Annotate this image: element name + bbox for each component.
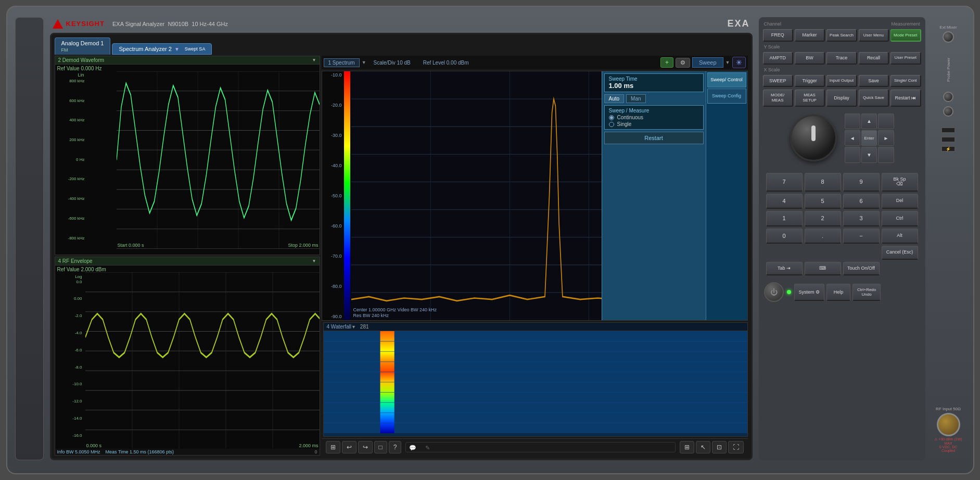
peak-search-button[interactable]: Peak Search xyxy=(826,29,857,42)
audio-connector-2 xyxy=(943,106,953,117)
usb-connectors: ⚡ xyxy=(941,127,956,152)
waterfall-panel: 4 Waterfall ▼ 281 xyxy=(323,322,748,437)
backspace-button[interactable]: Bk Sp⌫ xyxy=(882,173,918,192)
sweep-measure-box: Sweep / Measure Continuous xyxy=(604,105,704,130)
num-6[interactable]: 6 xyxy=(843,194,880,209)
system-button[interactable]: System ⚙ xyxy=(794,284,825,301)
display-button[interactable]: Display xyxy=(826,90,857,106)
nav-empty-tl xyxy=(845,113,860,129)
num-9[interactable]: 9 xyxy=(843,173,880,192)
continuous-option[interactable]: Continuous xyxy=(609,115,699,120)
marker-button[interactable]: Marker xyxy=(795,29,825,42)
starburst-button[interactable]: ✳ xyxy=(732,57,746,68)
usb-port-2 xyxy=(941,136,956,143)
cursor-button[interactable]: ↖ xyxy=(696,441,710,453)
redo-button[interactable]: ↪ xyxy=(358,441,373,453)
ctrl-button[interactable]: Ctrl xyxy=(882,211,918,226)
demod-stop: Stop 2.000 ms xyxy=(288,243,318,248)
chat-icon: 💬 xyxy=(406,444,419,452)
del-button[interactable]: Del xyxy=(882,194,918,209)
save-button[interactable]: □ xyxy=(374,441,387,453)
single-option[interactable]: Single xyxy=(609,121,699,127)
touch-on-off-button[interactable]: Touch On/Off xyxy=(843,262,880,276)
main-knob[interactable] xyxy=(790,115,837,161)
recall-button[interactable]: Recall xyxy=(859,52,889,65)
num-7[interactable]: 7 xyxy=(766,173,803,192)
minus-button[interactable]: − xyxy=(843,229,880,244)
power-button[interactable]: ⏻ xyxy=(764,282,784,302)
input-output-button[interactable]: Input/ Output xyxy=(826,75,857,87)
restart-button[interactable]: Restart xyxy=(604,132,704,144)
alt-button[interactable]: Alt xyxy=(882,229,918,244)
undo-btn2[interactable]: Ctrl+RedoUndo xyxy=(852,284,881,301)
decimal-button[interactable]: . xyxy=(805,229,841,244)
amptd-button[interactable]: AMPTD xyxy=(763,52,793,65)
layout-button[interactable]: ⊡ xyxy=(712,441,727,453)
waterfall-svg xyxy=(324,331,747,433)
continuous-radio[interactable] xyxy=(609,115,614,120)
undo-button[interactable]: ↩ xyxy=(342,441,357,453)
bw-button[interactable]: BW xyxy=(795,52,825,65)
tab-analog-demod[interactable]: Analog Demod 1 FM xyxy=(55,37,111,55)
sweep-button[interactable]: Sweep xyxy=(692,57,723,68)
nav-right-button[interactable]: ► xyxy=(878,130,894,146)
rf-input-section: RF Input 50Ω ⚠ +30 dBm (1W) MAX0 VDC, DC… xyxy=(934,407,963,452)
sweep-ctrl-button[interactable]: SWEEP xyxy=(763,75,793,87)
trace-button[interactable]: Trace xyxy=(826,52,857,65)
nav-up-button[interactable]: ▲ xyxy=(861,113,877,129)
num-5[interactable]: 5 xyxy=(805,194,841,209)
sweep-config-btn[interactable]: Sweep Config xyxy=(707,89,746,104)
sweep-main-panel: Sweep Time 1.00 ms Auto Man Sweep / Meas… xyxy=(602,71,706,320)
nav-down-button[interactable]: ▼ xyxy=(861,147,877,162)
brand-name: KEYSIGHT xyxy=(66,20,105,28)
help-btn2[interactable]: Help xyxy=(826,284,850,301)
grid-button[interactable]: ⊞ xyxy=(680,441,694,453)
fullscreen-button[interactable]: ⛶ xyxy=(728,441,744,453)
sweep-man-btn[interactable]: Man xyxy=(626,94,645,103)
mode-preset-button[interactable]: Mode Preset xyxy=(890,29,921,42)
instrument-title: EXA Signal Analyzer N9010B 10 Hz-44 GHz xyxy=(112,21,228,27)
quick-save-button[interactable]: Quick Save xyxy=(859,90,889,106)
exa-badge: EXA xyxy=(727,18,749,29)
usb-port-3: ⚡ xyxy=(941,146,956,152)
bottom-toolbar: ⊞ ↩ ↪ □ ? 💬 ✎ ⊞ ↖ ⊡ ⛶ xyxy=(322,438,748,456)
rf-warning: ⚠ +30 dBm (1W) MAX0 VDC, DC Coupled xyxy=(934,437,963,452)
logo-icon xyxy=(53,19,63,29)
freq-button[interactable]: FREQ xyxy=(763,29,793,42)
rf-start: 0.000 s xyxy=(86,443,102,448)
button-row-1: FREQ Marker Peak Search User Menu Mode P… xyxy=(763,29,921,42)
keysight-logo: KEYSIGHT xyxy=(53,19,105,29)
user-preset-button[interactable]: User Preset xyxy=(890,52,921,65)
trigger-button[interactable]: Trigger xyxy=(795,75,825,87)
num-1[interactable]: 1 xyxy=(766,211,803,226)
add-button[interactable]: + xyxy=(660,57,673,68)
nav-enter-button[interactable]: Enter xyxy=(861,130,877,146)
num-8[interactable]: 8 xyxy=(805,173,841,192)
tab-button[interactable]: Tab ⇥ xyxy=(766,262,803,276)
help-button[interactable]: ? xyxy=(389,441,402,453)
rf-waveform-svg xyxy=(85,272,320,450)
user-menu-button[interactable]: User Menu xyxy=(859,29,889,42)
windows-button[interactable]: ⊞ xyxy=(326,441,340,453)
tab-spectrum-analyzer[interactable]: Spectrum Analyzer 2 ▼ Swept SA xyxy=(112,43,212,55)
num-2[interactable]: 2 xyxy=(805,211,841,226)
mode-meas-button[interactable]: MODE/ MEAS xyxy=(763,90,793,106)
single-cont-button[interactable]: Single/ Cont xyxy=(890,75,921,87)
keyboard-button[interactable]: ⌨ xyxy=(805,262,841,276)
sweep-auto-btn[interactable]: Auto xyxy=(604,94,625,103)
nav-left-button[interactable]: ◄ xyxy=(845,130,860,146)
bottom-system-area: ⏻ System ⚙ Help Ctrl+RedoUndo xyxy=(763,281,921,303)
sweep-control-btn[interactable]: Sweep/ Control xyxy=(707,72,746,87)
cancel-esc-button[interactable]: Cancel (Esc) xyxy=(882,246,918,260)
single-radio[interactable] xyxy=(609,122,614,127)
spectrum-y-axis: -10.0 -20.0 -30.0 -40.0 -50.0 -60.0 -70.… xyxy=(322,71,343,320)
restart-ctrl-button[interactable]: Restart ⏮ xyxy=(890,90,921,106)
num-4[interactable]: 4 xyxy=(766,194,803,209)
num-0[interactable]: 0 xyxy=(766,229,803,244)
num-3[interactable]: 3 xyxy=(843,211,880,226)
gear-button[interactable]: ⚙ xyxy=(676,58,690,68)
meas-setup-button[interactable]: MEAS SETUP xyxy=(795,90,825,106)
knob-area: ▲ ◄ Enter ► ▼ xyxy=(763,109,921,167)
save-button2[interactable]: Save xyxy=(859,75,889,87)
ext-mixer-connector xyxy=(943,31,954,43)
